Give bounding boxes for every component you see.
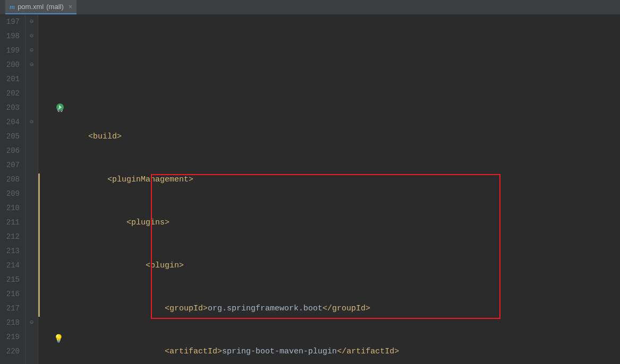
code-line[interactable]: <plugin>: [38, 258, 620, 273]
line-number[interactable]: 209: [0, 187, 20, 201]
editor-tabbar: m pom.xml (mall) ×: [0, 0, 620, 15]
tab-module: (mall): [46, 3, 64, 11]
line-number[interactable]: 198: [0, 29, 20, 44]
fold-icon[interactable]: [26, 344, 38, 359]
line-number[interactable]: 218: [0, 316, 20, 330]
fold-icon[interactable]: [26, 158, 38, 172]
code-line[interactable]: <build>: [38, 129, 620, 144]
line-number[interactable]: 220: [0, 344, 20, 359]
line-number-gutter: 197 198 199 200 201 202 203 204 205 206 …: [0, 15, 26, 364]
fold-icon[interactable]: [26, 201, 38, 215]
line-number[interactable]: 214: [0, 258, 20, 273]
fold-icon[interactable]: [26, 144, 38, 158]
fold-icon[interactable]: [26, 287, 38, 301]
tab-filename: pom.xml: [18, 3, 44, 11]
code-line[interactable]: <groupId>org.springframework.boot</group…: [38, 301, 620, 316]
file-tab-pom[interactable]: m pom.xml (mall) ×: [5, 0, 77, 14]
line-number[interactable]: 206: [0, 144, 20, 158]
line-number[interactable]: 204: [0, 115, 20, 129]
annotation-red-box: [151, 174, 500, 319]
line-number[interactable]: 203: [0, 101, 20, 115]
line-number[interactable]: 211: [0, 215, 20, 230]
line-number[interactable]: 219: [0, 330, 20, 344]
fold-icon[interactable]: [26, 244, 38, 258]
maven-icon: m: [10, 3, 15, 11]
fold-icon[interactable]: ⊖: [26, 44, 38, 58]
line-number[interactable]: 202: [0, 86, 20, 101]
line-number[interactable]: 201: [0, 72, 20, 86]
line-number[interactable]: 210: [0, 201, 20, 215]
line-number[interactable]: 199: [0, 44, 20, 58]
code-editor[interactable]: 197 198 199 200 201 202 203 204 205 206 …: [0, 15, 620, 364]
fold-icon[interactable]: [26, 301, 38, 316]
code-line[interactable]: <plugins>: [38, 215, 620, 230]
line-number[interactable]: 208: [0, 172, 20, 187]
line-number[interactable]: 215: [0, 273, 20, 287]
change-marker: [38, 174, 40, 317]
code-line[interactable]: <artifactId>spring-boot-maven-plugin</ar…: [38, 344, 620, 359]
line-number[interactable]: 197: [0, 15, 20, 29]
fold-icon[interactable]: [26, 215, 38, 230]
code-area[interactable]: 💡 <build> <pluginManagement> <plugins> <…: [38, 15, 620, 364]
line-number[interactable]: 217: [0, 301, 20, 316]
fold-icon[interactable]: [26, 129, 38, 144]
fold-gutter: ⊖ ⊖ ⊖ ⊖ ⊖ ⊖: [26, 15, 38, 364]
line-number[interactable]: 216: [0, 287, 20, 301]
fold-icon[interactable]: [26, 330, 38, 344]
fold-icon[interactable]: [26, 187, 38, 201]
code-line[interactable]: <pluginManagement>: [38, 172, 620, 187]
line-number[interactable]: 200: [0, 58, 20, 72]
fold-icon[interactable]: [26, 273, 38, 287]
line-number[interactable]: 207: [0, 158, 20, 172]
line-number[interactable]: 205: [0, 129, 20, 144]
fold-icon[interactable]: ⊖: [26, 58, 38, 72]
fold-icon[interactable]: [26, 72, 38, 86]
line-number[interactable]: 213: [0, 244, 20, 258]
run-gutter-icon[interactable]: [27, 88, 37, 132]
fold-icon[interactable]: [26, 258, 38, 273]
fold-icon[interactable]: ⊖: [26, 29, 38, 44]
fold-icon[interactable]: ⊖: [26, 15, 38, 29]
close-icon[interactable]: ×: [69, 3, 73, 11]
fold-icon[interactable]: [26, 230, 38, 244]
fold-icon[interactable]: ⊖: [26, 316, 38, 330]
fold-icon[interactable]: [26, 172, 38, 187]
line-number[interactable]: 212: [0, 230, 20, 244]
